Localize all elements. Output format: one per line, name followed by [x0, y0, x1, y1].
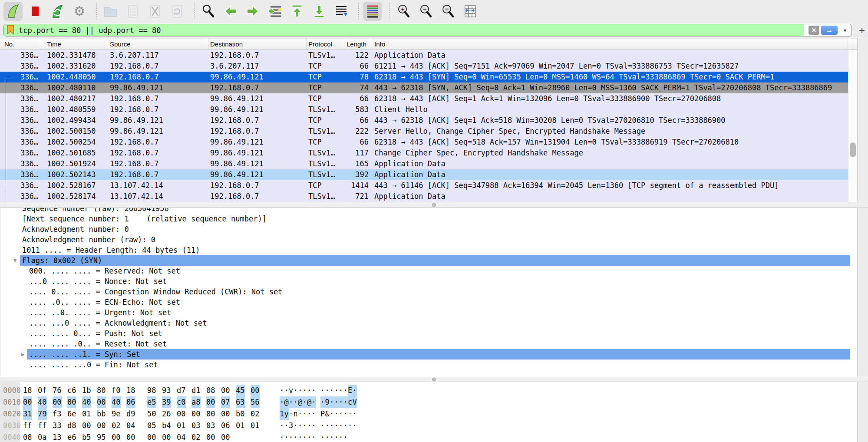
detail-line[interactable]: ▼Flags: 0x002 (SYN)	[0, 255, 850, 266]
cell-destination: 192.168.0.7	[208, 126, 307, 137]
cell-destination: 99.86.49.121	[208, 72, 307, 82]
filter-add-button[interactable]: +	[856, 24, 868, 36]
detail-text: .... .... 0... = Push: Not set	[29, 328, 850, 339]
go-last-icon[interactable]	[310, 2, 329, 21]
column-header-source[interactable]: Source	[107, 39, 208, 49]
detail-text: .... .0.. .... = ECN-Echo: Not set	[29, 297, 850, 307]
expand-arrow-icon[interactable]: ▶	[21, 349, 24, 360]
cell-protocol: TLSv1…	[307, 126, 344, 137]
packet-row[interactable]: 336…1002.480559192.168.0.799.86.49.121TL…	[0, 104, 848, 115]
list-details-splitter[interactable]	[0, 202, 868, 208]
cell-no: 336…	[0, 93, 41, 104]
cell-time: 1002.528167	[41, 180, 107, 191]
packet-row[interactable]: 336…1002.448050192.168.0.799.86.49.121TC…	[0, 72, 848, 82]
packet-bytes-pane: 0000180f76c61b80f0189893d7d108004500··v·…	[0, 382, 857, 442]
cell-info: 62318 → 443 [ACK] Seq=1 Ack=1 Win=132096…	[371, 93, 848, 104]
go-back-icon[interactable]	[221, 2, 240, 21]
detail-line[interactable]: .... ...0 .... = Acknowledgment: Not set	[0, 318, 850, 328]
detail-line[interactable]: Acknowledgment number (raw): 0	[0, 234, 850, 245]
filter-dropdown-chevron[interactable]: ▾	[841, 27, 849, 33]
packet-list-scrollbar-thumb[interactable]	[850, 142, 856, 157]
filter-clear-button[interactable]: ✕	[809, 26, 819, 35]
main-toolbar: ⚙011001100110+−=	[0, 0, 868, 23]
hex-row[interactable]: 0040080a13e6b5950000000004020000········…	[0, 432, 857, 442]
column-header-time[interactable]: Time	[41, 39, 107, 49]
packet-row[interactable]: 336…1002.502143192.168.0.799.86.49.121TL…	[0, 169, 848, 180]
cell-protocol: TCP	[307, 137, 344, 148]
cell-info: 62318 → 443 [SYN] Seq=0 Win=65535 Len=0 …	[371, 72, 848, 82]
detail-line[interactable]: ...0 .... .... = Nonce: Not set	[0, 276, 850, 287]
cell-time: 1002.501924	[41, 158, 107, 169]
zoom-reset-icon[interactable]: =	[439, 2, 458, 21]
column-header-no[interactable]: No.	[0, 39, 41, 49]
hex-row[interactable]: 00203179f36e01bb9ed9502600000000b0021y·n…	[0, 408, 857, 420]
packet-row[interactable]: 336…1002.50015099.86.49.121192.168.0.7TL…	[0, 126, 848, 137]
filter-toolbar: tcp.port == 80 || udp.port == 80 ✕ → ▾ +	[0, 23, 868, 38]
cell-time: 1002.331478	[41, 50, 107, 61]
packet-row[interactable]: 336…1002.331620192.168.0.73.6.207.117TCP…	[0, 61, 848, 72]
cell-destination: 99.86.49.121	[208, 137, 307, 148]
packet-list-header: No.TimeSourceDestinationProtocolLengthIn…	[0, 38, 868, 50]
detail-line[interactable]: .... .... ...0 = Fin: Not set	[0, 360, 850, 370]
go-forward-icon[interactable]	[243, 2, 262, 21]
stop-capture-icon[interactable]	[26, 2, 45, 21]
packet-row[interactable]: 336…1002.3314783.6.207.117192.168.0.7TLS…	[0, 50, 848, 61]
resize-columns-icon[interactable]	[461, 2, 480, 21]
column-header-destination[interactable]: Destination	[208, 39, 307, 49]
detail-line[interactable]: Sequence number (raw): 2665041958	[0, 208, 850, 214]
detail-line[interactable]: Acknowledgment number: 0	[0, 224, 850, 234]
colorize-icon[interactable]	[363, 2, 382, 21]
start-capture-icon[interactable]	[3, 2, 23, 21]
detail-line[interactable]: .... 0... .... = Congestion Window Reduc…	[0, 287, 850, 297]
restart-capture-icon[interactable]	[48, 2, 67, 21]
filter-apply-button[interactable]: →	[821, 26, 838, 35]
packet-row[interactable]: 336…1002.52816713.107.42.14192.168.0.7TC…	[0, 180, 848, 191]
detail-line[interactable]: 1011 .... = Header Length: 44 bytes (11)	[0, 245, 850, 255]
packet-row[interactable]: 336…1002.48011099.86.49.121192.168.0.7TC…	[0, 82, 848, 93]
detail-line[interactable]: [Next sequence number: 1 (relative seque…	[0, 214, 850, 224]
cell-source: 192.168.0.7	[107, 61, 208, 72]
filter-bookmark-icon[interactable]	[6, 24, 15, 36]
svg-text:0110: 0110	[130, 7, 136, 10]
display-filter-input[interactable]: tcp.port == 80 || udp.port == 80 ✕ → ▾	[3, 24, 852, 36]
cell-time: 1002.502143	[41, 169, 107, 180]
packet-list-scrollbar-track[interactable]	[848, 50, 858, 202]
cell-protocol: TCP	[307, 115, 344, 126]
cell-info: Server Hello, Change Cipher Spec, Encryp…	[371, 126, 848, 137]
auto-scroll-icon[interactable]	[332, 2, 351, 21]
hex-offset: 0020	[3, 408, 21, 420]
packet-row[interactable]: 336…1002.480217192.168.0.799.86.49.121TC…	[0, 93, 848, 104]
capture-options-icon[interactable]: ⚙	[70, 2, 89, 21]
detail-line[interactable]: .... .0.. .... = ECN-Echo: Not set	[0, 297, 850, 307]
packet-row[interactable]: 336…1002.500254192.168.0.799.86.49.121TC…	[0, 137, 848, 148]
detail-line[interactable]: .... .... .0.. = Reset: Not set	[0, 339, 850, 349]
packet-row[interactable]: 336…1002.501685192.168.0.799.86.49.121TL…	[0, 148, 848, 158]
filter-expression-text[interactable]: tcp.port == 80 || udp.port == 80	[19, 26, 809, 35]
cell-info: Application Data	[371, 50, 848, 61]
hex-row[interactable]: 0030ffff33d80000020405b4010303060101··3·…	[0, 420, 857, 432]
cell-length: 222	[344, 126, 371, 137]
hex-row[interactable]: 00100040000040004006e539c0a800076356·@··…	[0, 396, 857, 408]
zoom-out-icon[interactable]: −	[416, 2, 436, 21]
hex-row[interactable]: 0000180f76c61b80f0189893d7d108004500··v·…	[0, 385, 857, 396]
cell-length: 165	[344, 158, 371, 169]
detail-line[interactable]: .... .... 0... = Push: Not set	[0, 328, 850, 339]
detail-line[interactable]: ▶.... .... ..1. = Syn: Set	[0, 349, 850, 360]
cell-length: 1414	[344, 180, 371, 191]
column-header-info[interactable]: Info	[371, 39, 848, 49]
zoom-in-icon[interactable]: +	[394, 2, 413, 21]
go-first-icon[interactable]	[287, 2, 307, 21]
hex-ascii: ··3·············	[280, 420, 357, 432]
go-to-packet-icon[interactable]	[265, 2, 284, 21]
detail-line[interactable]: 000. .... .... = Reserved: Not set	[0, 266, 850, 276]
collapse-arrow-icon[interactable]: ▼	[13, 255, 17, 266]
svg-text:+: +	[401, 6, 404, 13]
packet-row[interactable]: 336…1002.52817413.107.42.14192.168.0.7TL…	[0, 191, 848, 202]
column-header-length[interactable]: Length	[344, 39, 371, 49]
details-bytes-splitter[interactable]	[0, 377, 868, 382]
find-packet-icon[interactable]	[199, 2, 218, 21]
column-header-protocol[interactable]: Protocol	[307, 39, 344, 49]
packet-row[interactable]: 336…1002.49943499.86.49.121192.168.0.7TC…	[0, 115, 848, 126]
packet-row[interactable]: 336…1002.501924192.168.0.799.86.49.121TL…	[0, 158, 848, 169]
detail-line[interactable]: .... ..0. .... = Urgent: Not set	[0, 307, 850, 318]
